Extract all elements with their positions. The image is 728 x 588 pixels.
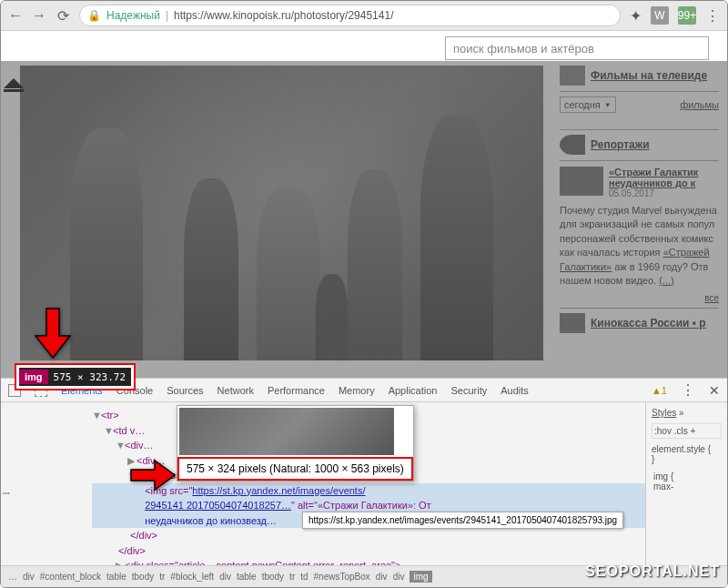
url-text: https://www.kinopoisk.ru/photostory/2945… bbox=[174, 9, 393, 22]
extension-icon[interactable]: ✦ bbox=[630, 7, 642, 25]
page-content: ноПоиск поиск фильмов и актёров Фильмы н… bbox=[1, 31, 727, 377]
image-preview-tooltip: 575 × 324 pixels (Natural: 1000 × 563 pi… bbox=[177, 405, 414, 482]
warnings-badge[interactable]: ▲1 bbox=[652, 385, 667, 396]
tooltip-tag: img bbox=[19, 370, 48, 384]
element-tooltip: img 575 × 323.72 bbox=[15, 363, 136, 390]
drawer-toggle[interactable]: ⋯ bbox=[3, 486, 12, 500]
reload-button[interactable]: ⟳ bbox=[56, 8, 70, 23]
count-badge[interactable]: 99+ bbox=[678, 6, 696, 25]
watermark: SEOPORTAL.NET bbox=[585, 563, 720, 580]
tab-memory[interactable]: Memory bbox=[339, 385, 375, 396]
tab-security[interactable]: Security bbox=[450, 385, 487, 396]
tab-sources[interactable]: Sources bbox=[167, 385, 203, 396]
address-bar[interactable]: 🔒 Надежный | https://www.kinopoisk.ru/ph… bbox=[79, 5, 621, 26]
search-input[interactable]: поиск фильмов и актёров bbox=[445, 36, 709, 60]
forward-button[interactable]: → bbox=[32, 8, 46, 23]
styles-panel[interactable]: Styles » :hov .cls + element.style { } i… bbox=[645, 402, 727, 566]
tooltip-dimensions: 575 × 323.72 bbox=[48, 370, 131, 385]
menu-button[interactable]: ⋮ bbox=[705, 7, 720, 25]
logo-icon bbox=[10, 37, 32, 59]
devtools-menu[interactable]: ⋮ bbox=[681, 381, 695, 399]
annotation-arrow-right bbox=[129, 459, 177, 495]
inspector-overlay bbox=[1, 61, 727, 407]
tab-performance[interactable]: Performance bbox=[268, 385, 325, 396]
browser-toolbar: ← → ⟳ 🔒 Надежный | https://www.kinopoisk… bbox=[1, 1, 727, 31]
tab-audits[interactable]: Audits bbox=[500, 385, 529, 396]
lock-icon: 🔒 bbox=[87, 9, 101, 22]
breadcrumb-selected: img bbox=[410, 571, 431, 583]
preview-thumbnail bbox=[179, 408, 394, 455]
annotation-arrow-down bbox=[34, 307, 72, 363]
url-tooltip: https://st.kp.yandex.net/images/events/2… bbox=[302, 512, 623, 529]
secure-label: Надежный bbox=[106, 9, 160, 22]
site-logo[interactable]: ноПоиск bbox=[37, 39, 106, 58]
wiki-badge[interactable]: W bbox=[651, 6, 669, 25]
preview-dimensions: 575 × 324 pixels (Natural: 1000 × 563 pi… bbox=[177, 457, 413, 481]
tab-network[interactable]: Network bbox=[217, 385, 254, 396]
jump-to-top-button[interactable] bbox=[4, 78, 24, 92]
devtools-close[interactable]: ✕ bbox=[709, 383, 720, 398]
back-button[interactable]: ← bbox=[8, 8, 23, 23]
tab-application[interactable]: Application bbox=[389, 385, 438, 396]
